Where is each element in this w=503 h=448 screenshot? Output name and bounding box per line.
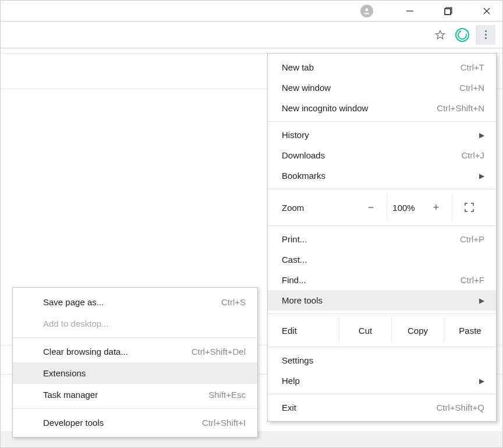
- grammarly-extension-icon[interactable]: [454, 26, 471, 44]
- svg-rect-3: [445, 9, 451, 15]
- shortcut: Ctrl+Shift+Q: [436, 403, 484, 412]
- submenu-save-page-as[interactable]: Save page as... Ctrl+S: [13, 291, 257, 313]
- label: Print...: [282, 234, 453, 244]
- submenu-task-manager[interactable]: Task manager Shift+Esc: [13, 384, 257, 405]
- submenu-arrow-icon: ▶: [479, 377, 484, 385]
- label: Extensions: [43, 368, 246, 378]
- menu-separator: [268, 225, 496, 226]
- label: Clear browsing data...: [43, 347, 185, 357]
- menu-new-window[interactable]: New window Ctrl+N: [268, 77, 496, 98]
- omnibox[interactable]: [2, 24, 498, 45]
- menu-separator: [13, 408, 257, 409]
- menu-separator: [268, 394, 496, 394]
- label: Bookmarks: [282, 171, 472, 181]
- menu-bookmarks[interactable]: Bookmarks ▶: [268, 165, 496, 186]
- submenu-developer-tools[interactable]: Developer tools Ctrl+Shift+I: [13, 412, 257, 433]
- label: New incognito window: [282, 103, 430, 113]
- menu-separator: [268, 313, 496, 314]
- label: Downloads: [282, 150, 454, 160]
- menu-print[interactable]: Print... Ctrl+P: [268, 229, 496, 249]
- window-maximize-button[interactable]: [435, 2, 462, 20]
- window-close-button[interactable]: [473, 2, 500, 20]
- menu-zoom-row: Zoom − 100% +: [268, 192, 496, 223]
- menu-exit[interactable]: Exit Ctrl+Shift+Q: [268, 397, 496, 418]
- menu-separator: [13, 337, 257, 338]
- menu-help[interactable]: Help ▶: [268, 371, 496, 391]
- label: Cast...: [282, 255, 484, 264]
- chrome-menu-button[interactable]: [476, 25, 495, 45]
- fullscreen-icon: [465, 203, 474, 212]
- window-titlebar: [1, 1, 502, 22]
- submenu-extensions[interactable]: Extensions: [13, 362, 257, 384]
- menu-settings[interactable]: Settings: [268, 350, 496, 371]
- menu-new-tab[interactable]: New tab Ctrl+T: [268, 57, 496, 77]
- menu-history[interactable]: History ▶: [268, 125, 496, 145]
- edit-copy-button[interactable]: Copy: [391, 317, 444, 344]
- zoom-out-button[interactable]: −: [355, 192, 387, 223]
- zoom-label: Zoom: [268, 192, 355, 223]
- label: New window: [282, 83, 452, 93]
- zoom-in-button[interactable]: +: [420, 192, 452, 223]
- label: History: [282, 130, 472, 140]
- label: Exit: [282, 403, 429, 412]
- shortcut: Ctrl+J: [461, 150, 484, 160]
- label: New tab: [282, 62, 454, 72]
- submenu-add-to-desktop[interactable]: Add to desktop...: [13, 313, 257, 334]
- menu-downloads[interactable]: Downloads Ctrl+J: [268, 145, 496, 165]
- zoom-value: 100%: [387, 192, 420, 223]
- submenu-clear-browsing-data[interactable]: Clear browsing data... Ctrl+Shift+Del: [13, 341, 257, 362]
- shortcut: Ctrl+Shift+N: [437, 103, 484, 113]
- menu-cast[interactable]: Cast...: [268, 249, 496, 270]
- label: More tools: [282, 295, 472, 305]
- more-tools-submenu: Save page as... Ctrl+S Add to desktop...…: [12, 287, 258, 438]
- edit-paste-button[interactable]: Paste: [444, 317, 496, 344]
- chrome-main-menu: New tab Ctrl+T New window Ctrl+N New inc…: [267, 53, 497, 422]
- svg-point-0: [366, 8, 369, 11]
- label: Developer tools: [43, 418, 195, 428]
- user-avatar-icon[interactable]: [360, 5, 373, 17]
- shortcut: Ctrl+Shift+I: [202, 418, 246, 428]
- menu-separator: [268, 121, 496, 122]
- address-bar: [1, 22, 502, 48]
- menu-edit-row: Edit Cut Copy Paste: [268, 317, 496, 344]
- label: Settings: [282, 355, 484, 365]
- bookmark-star-icon[interactable]: [431, 26, 449, 44]
- menu-more-tools[interactable]: More tools ▶: [268, 290, 496, 311]
- submenu-arrow-icon: ▶: [479, 131, 484, 139]
- shortcut: Ctrl+P: [460, 234, 484, 244]
- shortcut: Ctrl+S: [221, 297, 246, 307]
- label: Help: [282, 376, 472, 386]
- shortcut: Ctrl+Shift+Del: [192, 347, 246, 357]
- svg-marker-7: [436, 30, 445, 38]
- menu-find[interactable]: Find... Ctrl+F: [268, 270, 496, 290]
- shortcut: Ctrl+N: [459, 83, 484, 93]
- shortcut: Shift+Esc: [208, 390, 246, 400]
- menu-separator: [268, 347, 496, 347]
- label: Add to desktop...: [43, 319, 246, 329]
- label: Task manager: [43, 390, 201, 400]
- shortcut: Ctrl+F: [461, 275, 484, 285]
- submenu-arrow-icon: ▶: [479, 297, 484, 305]
- label: Find...: [282, 275, 454, 285]
- edit-label: Edit: [268, 317, 339, 344]
- shortcut: Ctrl+T: [461, 62, 484, 72]
- menu-new-incognito[interactable]: New incognito window Ctrl+Shift+N: [268, 98, 496, 118]
- submenu-arrow-icon: ▶: [479, 172, 484, 180]
- menu-separator: [268, 189, 496, 189]
- fullscreen-button[interactable]: [452, 192, 486, 223]
- edit-cut-button[interactable]: Cut: [339, 317, 391, 344]
- label: Save page as...: [43, 297, 214, 307]
- window-minimize-button[interactable]: [396, 2, 423, 20]
